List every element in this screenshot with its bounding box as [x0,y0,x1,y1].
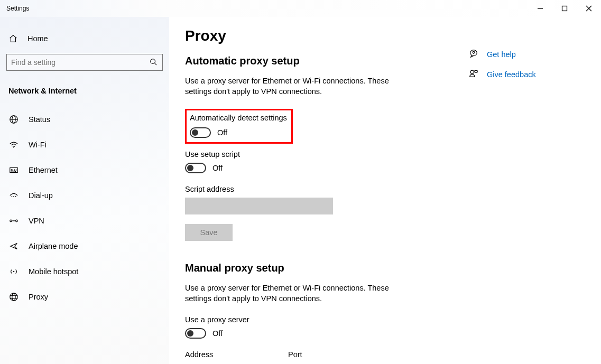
content-area: Proxy Automatic proxy setup Use a proxy … [185,27,458,364]
svg-point-19 [10,220,12,222]
sidebar-item-wifi[interactable]: Wi-Fi [0,132,169,157]
use-proxy-state: Off [212,329,223,338]
sidebar-item-hotspot[interactable]: Mobile hotspot [0,259,169,284]
page-title: Proxy [185,27,458,44]
get-help-link[interactable]: Get help [469,49,585,60]
svg-point-23 [14,220,14,221]
use-script-state: Off [212,164,223,172]
svg-point-9 [13,147,14,148]
svg-point-17 [13,196,14,197]
help-icon [469,49,479,60]
close-button[interactable] [577,0,601,17]
auto-section-heading: Automatic proxy setup [185,55,458,67]
sidebar-item-status[interactable]: Status [0,107,169,132]
right-column: Get help Give feedback [458,27,585,364]
auto-detect-toggle[interactable] [190,127,211,138]
sidebar-home-label: Home [27,34,48,43]
ethernet-icon [8,165,19,175]
svg-point-22 [13,220,14,221]
sidebar-item-label: Dial-up [29,191,53,200]
use-script-label: Use setup script [185,150,458,158]
svg-point-29 [470,50,477,56]
manual-section-desc: Use a proxy server for Ethernet or Wi-Fi… [185,283,407,304]
svg-point-26 [12,293,15,301]
hotspot-icon [8,267,19,276]
give-feedback-link[interactable]: Give feedback [469,69,585,80]
sidebar-item-ethernet[interactable]: Ethernet [0,157,169,183]
svg-rect-11 [12,171,15,173]
svg-point-4 [151,59,155,64]
sidebar-item-label: Wi-Fi [29,141,47,149]
sidebar-item-label: Mobile hotspot [29,267,78,276]
sidebar-item-airplane[interactable]: Airplane mode [0,234,169,259]
titlebar: Settings [0,0,601,17]
svg-point-16 [12,196,13,197]
auto-detect-label: Automatically detect settings [190,114,287,122]
svg-rect-1 [562,6,567,11]
sidebar-item-label: VPN [29,217,44,225]
use-proxy-toggle[interactable] [185,328,206,339]
search-input-container[interactable] [6,54,163,71]
sidebar: Home Network & Internet Status Wi-Fi [0,17,169,364]
manual-section-heading: Manual proxy setup [185,262,458,274]
wifi-icon [8,140,19,150]
dialup-icon [8,191,19,200]
script-address-input[interactable] [185,198,333,214]
search-input[interactable] [11,58,150,67]
sidebar-category-header: Network & Internet [0,81,169,100]
search-icon [150,58,158,67]
auto-detect-state: Off [217,128,227,137]
svg-point-32 [470,70,474,73]
sidebar-item-label: Ethernet [29,166,58,174]
highlight-auto-detect: Automatically detect settings Off [185,109,293,144]
minimize-button[interactable] [528,0,552,17]
svg-line-5 [155,63,157,66]
window-title: Settings [6,5,29,12]
global-icon [8,115,19,124]
script-address-label: Script address [185,185,458,193]
give-feedback-text: Give feedback [487,70,536,79]
svg-point-18 [15,196,16,197]
svg-point-24 [13,271,15,273]
use-script-toggle[interactable] [185,163,206,173]
airplane-icon [8,241,19,251]
sidebar-home[interactable]: Home [0,30,169,48]
sidebar-item-label: Status [29,115,50,124]
svg-point-25 [10,293,17,301]
feedback-icon [469,69,479,80]
proxy-icon [8,292,19,302]
auto-section-desc: Use a proxy server for Ethernet or Wi-Fi… [185,76,407,97]
svg-rect-33 [475,71,477,73]
sidebar-item-vpn[interactable]: VPN [0,208,169,234]
get-help-text: Get help [487,50,516,59]
sidebar-item-label: Proxy [29,293,48,301]
sidebar-item-proxy[interactable]: Proxy [0,284,169,310]
maximize-button[interactable] [552,0,577,17]
sidebar-item-label: Airplane mode [29,242,78,250]
save-button[interactable]: Save [185,224,233,241]
manual-address-label: Address [185,350,288,359]
window-controls [528,0,601,17]
manual-port-label: Port [288,350,302,359]
vpn-icon [8,216,19,226]
svg-point-30 [473,51,475,53]
use-proxy-label: Use a proxy server [185,315,458,324]
sidebar-item-dialup[interactable]: Dial-up [0,183,169,208]
svg-point-20 [16,220,18,222]
home-icon [8,34,19,43]
